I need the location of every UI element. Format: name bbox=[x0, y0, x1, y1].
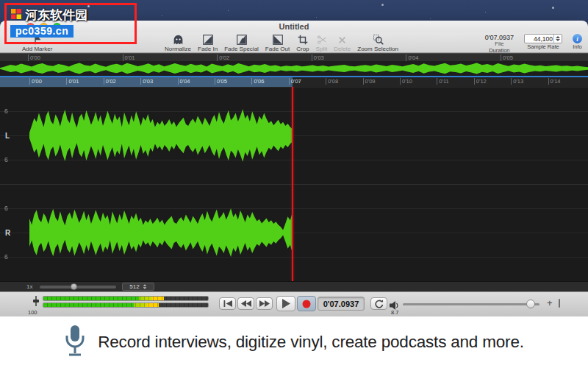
scale-label: 6 bbox=[4, 205, 8, 212]
ruler-label: 0'01 bbox=[66, 78, 79, 85]
marketing-banner: Record interviews, digitize vinyl, creat… bbox=[0, 316, 588, 368]
file-duration-sub: File bbox=[495, 41, 503, 47]
toolbar-item-fade-out[interactable]: Fade Out bbox=[265, 34, 290, 52]
level-meter-left bbox=[43, 296, 209, 301]
ruler-label: 0'00 bbox=[28, 54, 40, 61]
ruler-label: 0'12 bbox=[474, 78, 487, 85]
watermark-logo-icon bbox=[10, 8, 22, 23]
slider-end-cap bbox=[559, 299, 560, 308]
toolbar-label: Crop bbox=[296, 46, 309, 52]
waveform-left-channel bbox=[29, 106, 293, 165]
play-button[interactable] bbox=[276, 296, 295, 311]
ruler-label: 0'10 bbox=[400, 78, 412, 85]
sample-rate-label: Sample Rate bbox=[527, 44, 559, 50]
zoom-reset-button[interactable]: 1x bbox=[26, 283, 32, 290]
channel-left-label: L bbox=[5, 132, 10, 140]
app-window: Untitled Add Marker NormalizeFade InFade… bbox=[0, 21, 588, 316]
waveform-editor[interactable]: 6 L 6 6 R 6 bbox=[0, 87, 588, 281]
info-label: Info bbox=[573, 44, 582, 50]
toolbar-label: Normalize bbox=[165, 46, 191, 52]
input-gain-fader-icon[interactable] bbox=[32, 295, 40, 310]
toolbar-item-fade-in[interactable]: Fade In bbox=[198, 34, 218, 52]
skip-to-start-button[interactable] bbox=[219, 297, 236, 310]
samples-per-pixel-dropdown[interactable]: 512 bbox=[122, 283, 154, 291]
toolbar-item-info[interactable]: i Info bbox=[573, 34, 582, 50]
crop-icon bbox=[298, 34, 308, 45]
ruler-label: 0'00 bbox=[29, 78, 42, 85]
dropdown-arrows-icon bbox=[143, 284, 147, 289]
channel-divider bbox=[0, 184, 588, 185]
record-button[interactable] bbox=[297, 296, 316, 311]
toolbar-label: Zoom Selection bbox=[357, 46, 398, 52]
time-display: 0'07.0937 bbox=[318, 297, 365, 311]
timeline-ruler[interactable]: 0'000'010'020'030'040'050'060'070'080'09… bbox=[0, 77, 588, 87]
rewind-button[interactable] bbox=[237, 297, 254, 310]
gain-value: 100 bbox=[28, 309, 37, 316]
toolbar-item-crop[interactable]: Crop bbox=[296, 34, 309, 52]
scissors-icon bbox=[316, 34, 327, 45]
ruler-label: 0'01 bbox=[123, 54, 135, 61]
microphone-icon bbox=[64, 324, 86, 361]
sample-rate-dropdown[interactable]: 44,100 bbox=[524, 34, 562, 43]
stepper-arrows-icon[interactable] bbox=[553, 35, 562, 43]
toolbar-label: Fade Special bbox=[224, 46, 259, 52]
scale-label: 6 bbox=[4, 156, 8, 163]
zoom-strip: 1x 512 bbox=[0, 281, 588, 291]
toolbar-label: Add Marker bbox=[22, 46, 52, 52]
scale-label: 6 bbox=[4, 107, 8, 115]
transport-bar: 100 0'07.0937 8.7 + bbox=[0, 291, 588, 316]
ruler-label: 0'06 bbox=[251, 78, 264, 85]
volume-slider[interactable] bbox=[403, 303, 539, 305]
channel-right-label: R bbox=[5, 229, 10, 237]
ruler-label: 0'11 bbox=[437, 78, 448, 85]
ruler-label: 0'09 bbox=[363, 78, 376, 85]
ruler-label: 0'14 bbox=[548, 78, 561, 85]
ruler-label: 0'07 bbox=[289, 78, 301, 85]
watermark: 河东软件园 pc0359.cn bbox=[4, 3, 137, 44]
ruler-label: 0'05 bbox=[501, 54, 513, 61]
zoom-slider[interactable] bbox=[40, 286, 116, 289]
ruler-label: 0'04 bbox=[406, 54, 418, 61]
toolbar-label: Split bbox=[316, 46, 328, 52]
ruler-label: 0'02 bbox=[217, 54, 229, 61]
toolbar-item-split: Split bbox=[316, 34, 328, 52]
ruler-label: 0'02 bbox=[104, 78, 116, 85]
ruler-label: 0'03 bbox=[312, 54, 324, 61]
magnifier-icon bbox=[373, 34, 384, 45]
volume-plus-label: + bbox=[547, 298, 553, 308]
info-icon[interactable]: i bbox=[573, 34, 582, 43]
toolbar-item-fade-special[interactable]: Fade Special bbox=[224, 34, 259, 52]
watermark-site-url: pc0359.cn bbox=[10, 25, 74, 38]
banner-text: Record interviews, digitize vinyl, creat… bbox=[98, 333, 524, 352]
level-meter-right bbox=[43, 302, 209, 308]
volume-slider-thumb[interactable] bbox=[526, 300, 535, 308]
toolbar-label: Fade Out bbox=[265, 46, 290, 52]
loop-button[interactable] bbox=[370, 297, 387, 310]
toolbar-group: NormalizeFade InFade SpecialFade OutCrop… bbox=[165, 34, 398, 52]
toolbar-item-duration: 0'07.0937 File Duration bbox=[485, 34, 514, 54]
waveform-right-channel bbox=[29, 203, 293, 262]
overview-ruler[interactable]: 0'000'010'020'030'040'05 bbox=[0, 53, 588, 61]
ruler-label: 0'04 bbox=[178, 78, 190, 85]
fade-special-icon bbox=[237, 34, 247, 45]
ruler-label: 0'08 bbox=[326, 78, 338, 85]
toolbar-item-normalize[interactable]: Normalize bbox=[165, 34, 191, 52]
samples-per-pixel-value: 512 bbox=[129, 283, 139, 290]
volume-value: 8.7 bbox=[391, 309, 398, 316]
delete-x-icon bbox=[337, 34, 347, 45]
overview-waveform[interactable] bbox=[0, 61, 588, 76]
playhead-cursor[interactable] bbox=[292, 87, 293, 281]
ghost-icon bbox=[172, 34, 184, 45]
toolbar-item-sample-rate: 44,100 Sample Rate bbox=[524, 34, 562, 50]
toolbar-item-zoom-selection[interactable]: Zoom Selection bbox=[357, 34, 398, 52]
desktop-stars bbox=[0, 0, 1, 1]
zoom-slider-thumb[interactable] bbox=[71, 283, 77, 290]
ruler-label: 0'13 bbox=[511, 78, 523, 85]
overview-waveform-graphic bbox=[0, 61, 588, 76]
fast-forward-button[interactable] bbox=[256, 297, 273, 310]
fade-out-icon bbox=[273, 34, 283, 45]
ruler-label: 0'03 bbox=[140, 78, 153, 85]
ruler-label: 0'05 bbox=[215, 78, 227, 85]
watermark-site-name: 河东软件园 bbox=[25, 7, 87, 24]
scale-label: 6 bbox=[4, 253, 8, 261]
